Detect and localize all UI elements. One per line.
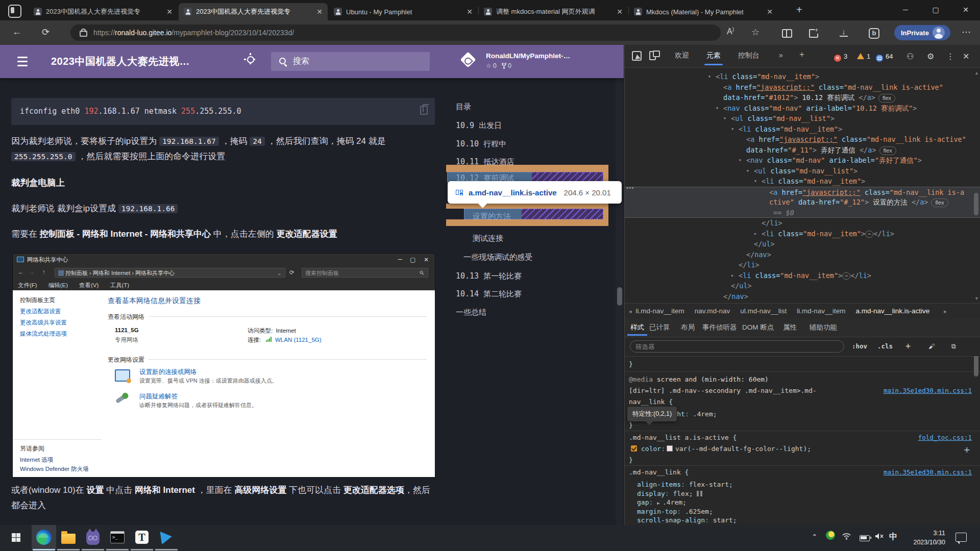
- breadcrumb-item[interactable]: nav.md-nav: [695, 307, 730, 315]
- collections-icon[interactable]: [809, 29, 818, 38]
- settings-more-icon[interactable]: ⋯: [962, 27, 971, 38]
- warning-badge[interactable]: 1: [857, 53, 870, 60]
- tree-node-line[interactable]: </li>: [625, 260, 980, 270]
- expand-open-icon[interactable]: ▾: [716, 103, 719, 114]
- tree-node-line[interactable]: == $0: [625, 208, 980, 218]
- devtools-close-icon[interactable]: ✕: [963, 52, 969, 61]
- flex-badge[interactable]: flex: [879, 146, 896, 155]
- tree-scrollbar-thumb[interactable]: [974, 193, 978, 215]
- declaration-checkbox[interactable]: [631, 445, 637, 452]
- window-maximize-button[interactable]: ▢: [924, 0, 947, 19]
- taskbar-terminal[interactable]: [105, 525, 130, 549]
- breadcrumb-right-icon[interactable]: ▸: [944, 308, 947, 314]
- elements-tree[interactable]: ▾<li class="md-nav__item"><a href="javas…: [625, 67, 980, 307]
- panel-tab[interactable]: 样式: [630, 323, 644, 332]
- devtools-tab-elements[interactable]: 元素: [706, 51, 721, 60]
- expand-open-icon[interactable]: ▾: [708, 71, 711, 82]
- more-tabs-icon[interactable]: »: [779, 51, 783, 59]
- window-close-button[interactable]: ✕: [954, 0, 977, 19]
- taskbar-cat-app[interactable]: [81, 525, 105, 549]
- tree-node-line[interactable]: </nav>: [625, 249, 980, 260]
- tab-actions-icon[interactable]: [8, 5, 21, 18]
- add-declaration-icon[interactable]: +: [964, 444, 970, 455]
- toc-item[interactable]: 一些现场调试的感受: [463, 253, 532, 262]
- tree-node-line[interactable]: data-href="#_11"> 弄好了通信 </a>flex: [625, 145, 980, 156]
- breadcrumb-item[interactable]: ul.md-nav__list: [740, 307, 787, 315]
- tray-battery-icon[interactable]: [860, 535, 870, 541]
- ime-indicator[interactable]: 中: [889, 532, 897, 542]
- tray-chevron-icon[interactable]: ⌃: [812, 533, 818, 541]
- tree-scroll-down-icon[interactable]: ▼: [974, 296, 979, 301]
- tree-node-line[interactable]: </ul>: [625, 239, 980, 249]
- color-swatch[interactable]: [667, 445, 673, 452]
- expand-open-icon[interactable]: ▾: [731, 124, 734, 135]
- css-declaration[interactable]: align-items: flex-start;: [637, 481, 733, 488]
- tree-node-line[interactable]: ▸<li class="md-nav__item">⋯</li>: [625, 229, 980, 239]
- tree-node-line[interactable]: ▾<li class="md-nav__item">: [625, 176, 980, 187]
- copilot-icon[interactable]: b: [869, 28, 879, 39]
- brush-icon[interactable]: 🖌︎: [928, 342, 935, 350]
- css-source-link[interactable]: main.35e1ed30.min.css:1: [884, 468, 972, 476]
- panel-tab[interactable]: 辅助功能: [810, 323, 837, 332]
- tray-volume-muted-icon[interactable]: [875, 533, 884, 541]
- devtools-tab-welcome[interactable]: 欢迎: [675, 51, 689, 60]
- css-declaration[interactable]: display: flex;: [637, 490, 702, 497]
- toc-item[interactable]: 一些总结: [456, 308, 486, 317]
- hamburger-icon[interactable]: [17, 57, 28, 58]
- taskbar-vscode[interactable]: [154, 525, 179, 549]
- expand-open-icon[interactable]: ▾: [739, 155, 742, 166]
- css-source-link[interactable]: main.35e1ed30.min.css:1: [884, 387, 972, 394]
- copy-icon[interactable]: [420, 106, 428, 115]
- gear-icon[interactable]: ⚙: [927, 52, 934, 61]
- expand-open-icon[interactable]: ▾: [754, 176, 757, 187]
- profiles-icon[interactable]: ⚇: [906, 52, 914, 61]
- download-icon[interactable]: ↓: [840, 27, 848, 37]
- tray-wifi-icon[interactable]: [842, 533, 851, 541]
- panel-tab[interactable]: DOM 断点: [742, 323, 774, 332]
- browser-tab[interactable]: Ubuntu - My Pamphlet✕: [329, 3, 478, 20]
- tree-node-line[interactable]: ▾<ul class="md-nav__list">: [625, 166, 980, 177]
- expand-closed-icon[interactable]: ▸: [754, 229, 757, 239]
- tree-node-line[interactable]: </ul>: [625, 281, 980, 291]
- device-toolbar-icon[interactable]: [649, 51, 656, 60]
- breadcrumb-item[interactable]: a.md-nav__link.is-active: [855, 307, 929, 315]
- taskbar-clock[interactable]: 3:11 2023/10/30: [901, 529, 945, 547]
- toc-item[interactable]: 10.10 行程中: [456, 139, 506, 149]
- tree-node-line[interactable]: </li>: [625, 218, 980, 229]
- tree-node-line[interactable]: ▾<nav class="md-nav" aria-label="弄好了通信">: [625, 155, 980, 166]
- favorite-star-icon[interactable]: ☆: [751, 27, 760, 38]
- tree-node-line[interactable]: <a href="javascript:;" class="md-nav__li…: [625, 82, 980, 93]
- browser-tab[interactable]: 2023中国机器人大赛先进视觉专✕: [29, 3, 178, 20]
- page-scrollbar[interactable]: [616, 45, 624, 525]
- panel-tab[interactable]: 布局: [681, 323, 695, 332]
- toc-item[interactable]: 10.13 第一轮比赛: [456, 271, 522, 281]
- breadcrumb-item[interactable]: li.md-nav__item: [797, 307, 845, 315]
- flex-badge[interactable]: flex: [931, 198, 948, 207]
- issues-badge[interactable]: ▤64: [876, 53, 893, 62]
- taskbar-edge[interactable]: [32, 525, 56, 549]
- tray-antivirus-icon[interactable]: [826, 531, 835, 541]
- panel-tab[interactable]: 事件侦听器: [702, 323, 737, 332]
- expand-open-icon[interactable]: ▾: [746, 166, 749, 177]
- flex-editor-icon[interactable]: [697, 491, 702, 496]
- browser-tab[interactable]: 调整 mkdocs-material 网页外观调✕: [479, 3, 628, 20]
- breadcrumb-item[interactable]: li.md-nav__item: [636, 307, 684, 315]
- search-box[interactable]: 搜索: [271, 52, 430, 71]
- devtools-tab-console[interactable]: 控制台: [738, 51, 760, 60]
- taskbar-typora[interactable]: T: [130, 525, 154, 549]
- add-devtools-tab-icon[interactable]: +: [799, 49, 804, 60]
- window-minimize-button[interactable]: ─: [894, 0, 917, 19]
- toc-item[interactable]: 10.9 出发日: [456, 121, 502, 131]
- tree-node-line[interactable]: ▾<li class="md-nav__item">: [625, 124, 980, 135]
- panel-tab[interactable]: 已计算: [649, 323, 670, 332]
- css-source-link[interactable]: fold_toc.css:1: [918, 434, 972, 441]
- breadcrumb-left-icon[interactable]: ◂: [629, 308, 632, 314]
- devtools-more-icon[interactable]: ⋮: [946, 52, 954, 61]
- page-scrollbar-thumb[interactable]: [617, 287, 622, 306]
- css-declaration[interactable]: color:var(--md-default-fg-color--light);: [631, 445, 811, 453]
- tree-node-line[interactable]: data-href="#1012"> 10.12 赛前调试 </a>flex: [625, 92, 980, 103]
- flex-badge[interactable]: flex: [878, 94, 895, 103]
- repo-name[interactable]: RonaldLN/MyPamphlet-…: [486, 52, 570, 60]
- tree-node-line[interactable]: ▾<nav class="md-nav" aria-label="10.12 赛…: [625, 103, 980, 114]
- tree-node-line[interactable]: ▾<li class="md-nav__item">: [625, 71, 980, 82]
